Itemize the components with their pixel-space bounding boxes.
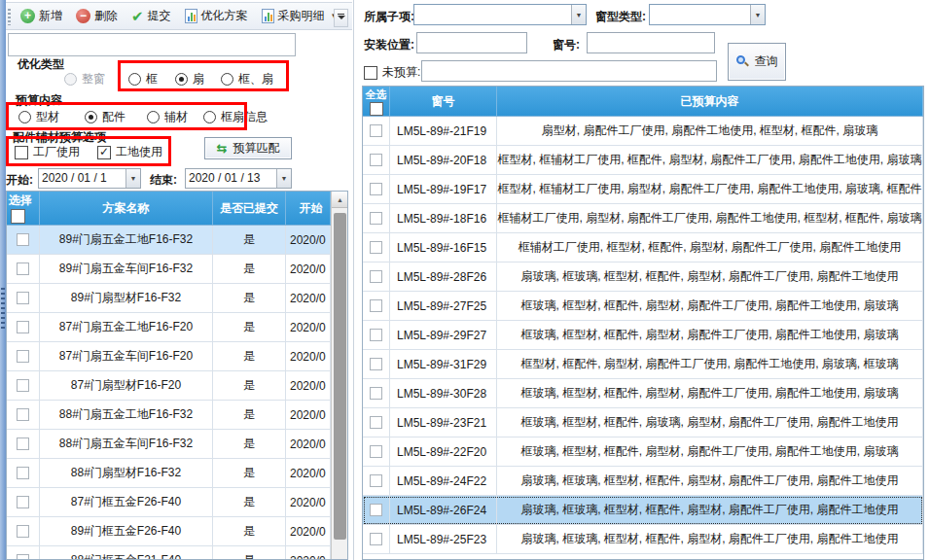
table-row[interactable]: 87#门扇五金车间F16-F20是2020/0	[7, 342, 332, 371]
row-checkbox[interactable]	[370, 299, 382, 312]
row-checkbox[interactable]	[17, 438, 29, 450]
row-checkbox[interactable]	[17, 233, 29, 246]
dropdown-arrow-icon[interactable]: ▼	[750, 5, 765, 24]
table-row[interactable]: LM5L-89#-31F29框型材, 框配件, 扇型材, 扇配件工厂使用, 扇配…	[363, 350, 923, 379]
table-row[interactable]: 88#门扇五金工地F16-F32是2020/0	[7, 401, 332, 430]
table-row[interactable]: 88#门框五金F21-F40是2020/0	[7, 546, 332, 559]
row-checkbox[interactable]	[17, 379, 29, 392]
submit-button[interactable]: ✔ 提交	[126, 5, 176, 27]
row-checkbox[interactable]	[370, 474, 382, 487]
toolbar-overflow-button[interactable]	[334, 9, 348, 27]
row-checkbox[interactable]	[370, 183, 382, 195]
table-row[interactable]: 87#门扇五金工地F16-F20是2020/0	[7, 313, 332, 342]
radio-sash[interactable]: 扇	[175, 71, 204, 88]
table-row[interactable]: LM5L-89#-21F19扇型材, 扇配件工厂使用, 扇配件工地使用, 框型材…	[363, 117, 923, 146]
row-checkbox[interactable]	[17, 292, 29, 304]
header-select-all: 全选	[363, 87, 390, 116]
row-checkbox[interactable]	[370, 358, 382, 370]
table-row[interactable]: 87#门扇型材F16-F20是2020/0	[7, 371, 332, 401]
window-no-input[interactable]	[587, 32, 715, 53]
header-window-no[interactable]: 窗号	[390, 87, 497, 116]
optimize-plan-button[interactable]: 优化方案	[180, 5, 253, 27]
radio-auxiliary[interactable]: 辅材	[147, 109, 188, 125]
row-checkbox[interactable]	[17, 350, 29, 363]
row-checkbox[interactable]	[370, 533, 382, 545]
table-row[interactable]: LM5L-89#-28F26扇玻璃, 框玻璃, 框型材, 框配件, 扇型材, 扇…	[363, 262, 923, 292]
row-checkbox[interactable]	[370, 445, 382, 458]
radio-icon	[128, 73, 141, 86]
header-submitted[interactable]: 是否已提交	[213, 192, 286, 225]
table-row[interactable]: LM5L-89#-24F22扇玻璃, 框玻璃, 框型材, 框配件, 扇型材, 扇…	[363, 467, 923, 496]
header-start[interactable]: 开始	[286, 192, 331, 225]
row-checkbox[interactable]	[17, 496, 29, 508]
table-row[interactable]: 89#门扇型材F16-F32是2020/0	[7, 284, 332, 313]
table-row[interactable]: LM5L-89#-23F21框玻璃, 框型材, 框配件, 扇玻璃, 扇型材, 扇…	[363, 408, 923, 438]
no-budget-checkbox[interactable]: 未预算:	[364, 64, 420, 81]
plan-table-scrollbar[interactable]: ▲	[331, 192, 347, 559]
row-checkbox[interactable]	[370, 124, 382, 137]
table-row[interactable]: 88#门扇五金车间F16-F32是2020/0	[7, 430, 332, 459]
scrollbar-thumb[interactable]	[334, 213, 346, 540]
table-row[interactable]: LM5L-89#-19F17框型材, 框辅材工厂使用, 扇型材, 扇配件工厂使用…	[363, 175, 923, 204]
install-position-input[interactable]	[416, 32, 527, 53]
header-plan-name[interactable]: 方案名称	[40, 192, 213, 225]
radio-frame[interactable]: 框	[128, 71, 158, 88]
factory-use-checkbox[interactable]: 工厂使用	[15, 144, 80, 160]
table-row[interactable]: 88#门扇型材F16-F32是2020/0	[7, 459, 332, 488]
row-checkbox[interactable]	[17, 408, 29, 421]
table-row[interactable]: LM5L-89#-22F20框玻璃, 框型材, 框配件, 扇型材, 扇配件工厂使…	[363, 438, 923, 467]
radio-frame-sash[interactable]: 框、扇	[221, 71, 273, 88]
row-checkbox[interactable]	[17, 525, 29, 538]
row-checkbox[interactable]	[17, 554, 29, 559]
row-checkbox[interactable]	[17, 321, 29, 333]
dropdown-arrow-icon[interactable]: ▼	[276, 169, 291, 188]
table-row[interactable]: LM5L-89#-25F23扇玻璃, 框玻璃, 框型材, 框配件, 扇型材, 扇…	[363, 525, 923, 554]
plan-filter-input[interactable]	[8, 33, 296, 56]
add-button[interactable]: + 新增	[16, 5, 67, 27]
table-row[interactable]: LM5L-89#-30F28框玻璃, 框型材, 框配件, 扇型材, 扇配件工厂使…	[363, 379, 923, 408]
purchase-detail-button[interactable]: 采购明细 ▼	[257, 5, 343, 27]
table-row[interactable]: LM5L-89#-16F15框辅材工厂使用, 框型材, 框配件, 扇型材, 扇配…	[363, 233, 923, 262]
table-row[interactable]: 89#门框五金F26-F40是2020/0	[7, 517, 332, 546]
row-checkbox[interactable]	[370, 241, 382, 254]
sub-item-dropdown[interactable]: ▼	[413, 4, 587, 25]
row-checkbox[interactable]	[17, 262, 29, 275]
delete-button[interactable]: − 删除	[71, 5, 123, 27]
scroll-up-icon[interactable]: ▲	[332, 192, 348, 208]
optimize-type-label: 优化类型	[18, 56, 64, 73]
query-button[interactable]: 查询	[728, 43, 786, 81]
table-row[interactable]: 87#门框五金F26-F40是2020/0	[7, 488, 332, 517]
radio-frame-sash-info[interactable]: 框扇信息	[203, 109, 268, 125]
table-row[interactable]: 89#门扇五金工地F16-F32是2020/0	[7, 226, 332, 255]
row-checkbox[interactable]	[370, 387, 382, 400]
end-date-picker[interactable]: 2020 / 01 / 13 ▼	[185, 168, 292, 189]
row-checkbox[interactable]	[370, 329, 382, 341]
dropdown-arrow-icon[interactable]: ▼	[125, 169, 140, 188]
start-date-picker[interactable]: 2020 / 01 / 1 ▼	[38, 168, 141, 189]
budget-match-button[interactable]: ⇆ 预算匹配	[204, 137, 292, 159]
table-row[interactable]: 89#门扇五金车间F16-F32是2020/0	[7, 255, 332, 284]
row-checkbox[interactable]	[17, 467, 29, 479]
header-budgeted-content[interactable]: 已预算内容	[497, 87, 923, 116]
site-use-checkbox[interactable]: 工地使用	[97, 144, 162, 160]
table-row[interactable]: LM5L-89#-27F25框玻璃, 框型材, 框配件, 扇型材, 扇配件工厂使…	[363, 292, 923, 321]
row-checkbox[interactable]	[370, 416, 382, 429]
dropdown-arrow-icon[interactable]: ▼	[571, 5, 586, 24]
row-checkbox[interactable]	[370, 212, 382, 225]
row-checkbox[interactable]	[370, 154, 382, 166]
row-checkbox[interactable]	[370, 504, 382, 516]
select-all-checkbox[interactable]	[11, 209, 25, 224]
start-date-cell: 2020/0	[286, 226, 331, 254]
radio-fitting[interactable]: 配件	[85, 109, 125, 125]
budget-table-body: LM5L-89#-21F19扇型材, 扇配件工厂使用, 扇配件工地使用, 框型材…	[363, 117, 923, 559]
radio-profile[interactable]: 型材	[18, 109, 59, 125]
radio-whole-window[interactable]: 整窗	[64, 71, 105, 88]
table-row[interactable]: LM5L-89#-26F24扇玻璃, 框玻璃, 框型材, 框配件, 扇型材, 扇…	[363, 496, 923, 525]
table-row[interactable]: LM5L-89#-18F16框辅材工厂使用, 扇型材, 扇配件工厂使用, 扇配件…	[363, 204, 923, 233]
window-type-dropdown[interactable]: ▼	[649, 4, 766, 25]
no-budget-input[interactable]	[421, 60, 717, 82]
table-row[interactable]: LM5L-89#-29F27框玻璃, 框型材, 框配件, 扇型材, 扇配件工厂使…	[363, 321, 923, 350]
select-all-checkbox[interactable]	[370, 102, 383, 116]
table-row[interactable]: LM5L-89#-20F18框型材, 框辅材工厂使用, 框配件, 扇型材, 扇配…	[363, 146, 923, 175]
row-checkbox[interactable]	[370, 270, 382, 283]
